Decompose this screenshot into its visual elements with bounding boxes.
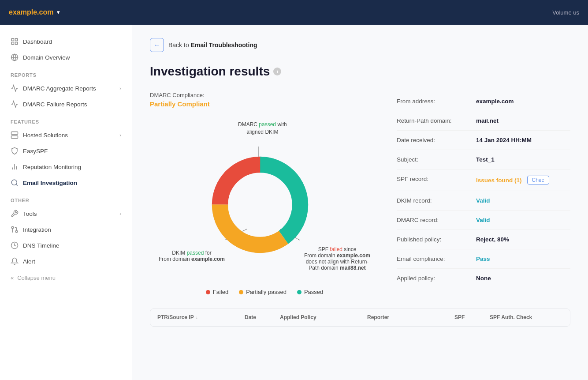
spf-return-path: mail88.net <box>340 265 366 271</box>
sidebar-item-dmarc-failure[interactable]: DMARC Failure Reports <box>0 96 132 112</box>
chevron-right-icon: › <box>119 86 121 91</box>
annotation-top-text: DMARC passed withaligned DKIM <box>238 121 287 135</box>
th-applied-policy: Applied Policy <box>273 309 360 326</box>
back-label: Back to <box>168 41 191 49</box>
label-email-compliance: Email compliance: <box>397 256 467 262</box>
passed-label: passed <box>259 121 276 128</box>
check-button[interactable]: Chec <box>527 176 549 184</box>
collapse-label: Collapse menu <box>17 275 56 281</box>
value-from-address: example.com <box>476 98 514 105</box>
sidebar-item-domain-overview[interactable]: Domain Overview <box>0 49 132 65</box>
sidebar-item-dashboard[interactable]: Dashboard <box>0 34 132 49</box>
value-dmarc-record: Valid <box>476 217 490 223</box>
svg-rect-6 <box>11 132 18 135</box>
annotation-bottom-right: SPF failed sinceFrom domain example.comd… <box>287 246 388 271</box>
dkim-passed-label: passed <box>187 250 204 256</box>
sidebar-item-hosted-solutions[interactable]: Hosted Solutions › <box>0 127 132 143</box>
annotation-top: DMARC passed withaligned DKIM <box>238 121 287 136</box>
dmarc-compliance-label: DMARC Compliance: <box>150 92 379 98</box>
domain-selector[interactable]: example.com ▾ <box>9 8 60 16</box>
info-row-email-compliance: Email compliance: Pass <box>397 249 570 269</box>
value-subject: Test_1 <box>476 156 495 163</box>
value-dkim-record: Valid <box>476 197 490 204</box>
info-panel: From address: example.com Return-Path do… <box>397 92 570 295</box>
info-row-dkim-record: DKIM record: Valid <box>397 191 570 211</box>
info-row-dmarc-record: DMARC record: Valid <box>397 211 570 230</box>
sidebar-label-hosted-solutions: Hosted Solutions <box>23 132 68 139</box>
sidebar-item-integration[interactable]: Integration <box>0 222 132 237</box>
email-icon <box>11 179 19 187</box>
label-from-address: From address: <box>397 98 467 105</box>
legend-dot-partial <box>239 290 243 294</box>
back-button[interactable]: ← <box>150 38 164 52</box>
collapse-menu[interactable]: « Collapse menu <box>0 269 132 286</box>
sidebar-item-tools[interactable]: Tools › <box>0 206 132 222</box>
integration-icon <box>11 226 19 233</box>
results-layout: DMARC Compliance: Partially Compliant DM… <box>150 92 570 295</box>
info-row-spf-record: SPF record: Issues found (1) Chec <box>397 169 570 191</box>
sidebar-label-dns-timeline: DNS Timeline <box>23 242 60 249</box>
dns-icon <box>11 241 19 249</box>
label-return-path: Return-Path domain: <box>397 117 467 124</box>
domain-chevron: ▾ <box>57 9 60 15</box>
title-text: Investigation results <box>150 64 270 79</box>
value-spf-record: Issues found (1) <box>476 177 522 184</box>
dkim-domain: example.com <box>191 256 225 262</box>
sidebar-label-tools: Tools <box>23 211 37 217</box>
spf-from-domain: example.com <box>337 252 370 259</box>
tools-chevron-icon: › <box>119 211 121 216</box>
legend-failed: Failed <box>206 289 228 295</box>
legend-label-partial: Partially passed <box>246 289 287 295</box>
layout: Dashboard Domain Overview REPORTS DMARC … <box>0 25 588 380</box>
sidebar-item-dmarc-aggregate[interactable]: DMARC Aggregate Reports › <box>0 80 132 96</box>
value-published-policy: Reject, 80% <box>476 236 509 243</box>
back-link[interactable]: ← Back to Email Troubleshooting <box>150 38 570 52</box>
sidebar-item-reputation[interactable]: Reputation Monitoring <box>0 159 132 175</box>
sidebar-label-reputation: Reputation Monitoring <box>23 164 81 170</box>
info-icon[interactable]: i <box>273 68 281 75</box>
chart-legend: Failed Partially passed Passed <box>150 289 379 295</box>
section-reports: REPORTS <box>0 65 132 80</box>
value-email-compliance: Pass <box>476 256 490 262</box>
svg-rect-7 <box>11 136 18 139</box>
domain-name: example.com <box>9 8 53 16</box>
svg-rect-2 <box>11 42 14 45</box>
sidebar-label-easyspf: EasySPF <box>23 148 48 154</box>
collapse-icon: « <box>11 275 14 281</box>
info-row-published-policy: Published policy: Reject, 80% <box>397 230 570 249</box>
table-header: PTR/Source IP ↓ Date Applied Policy Repo… <box>150 309 570 326</box>
svg-point-15 <box>15 230 18 233</box>
sidebar-item-easyspf[interactable]: EasySPF <box>0 143 132 159</box>
globe-icon <box>11 53 19 61</box>
value-return-path: mail.net <box>476 117 499 124</box>
spf-value-row: Issues found (1) Chec <box>476 176 549 184</box>
sidebar: Dashboard Domain Overview REPORTS DMARC … <box>0 25 132 380</box>
reputation-icon <box>11 163 19 171</box>
spf-failed-label: failed <box>330 246 342 252</box>
sidebar-item-email-investigation[interactable]: Email Investigation <box>0 175 132 191</box>
info-row-return-path: Return-Path domain: mail.net <box>397 111 570 131</box>
spf-icon <box>11 147 19 155</box>
th-ptr-source[interactable]: PTR/Source IP ↓ <box>150 309 238 326</box>
back-arrow-icon: ← <box>154 41 160 49</box>
info-row-applied-policy: Applied policy: None <box>397 269 570 288</box>
legend-dot-failed <box>206 290 210 294</box>
section-features: FEATURES <box>0 112 132 127</box>
th-spf: SPF <box>447 309 483 326</box>
section-other: OTHER <box>0 191 132 206</box>
info-row-from-address: From address: example.com <box>397 92 570 111</box>
sidebar-label-dmarc-failure: DMARC Failure Reports <box>23 101 87 108</box>
sidebar-item-dns-timeline[interactable]: DNS Timeline <box>0 237 132 253</box>
label-dmarc-record: DMARC record: <box>397 217 467 223</box>
info-row-subject: Subject: Test_1 <box>397 150 570 169</box>
svg-point-13 <box>11 180 17 185</box>
svg-rect-3 <box>15 42 18 45</box>
sidebar-item-alert[interactable]: Alert <box>0 253 132 269</box>
chart-area: DMARC Compliance: Partially Compliant DM… <box>150 92 379 295</box>
sidebar-label-integration: Integration <box>23 226 51 233</box>
th-date: Date <box>238 309 273 326</box>
sort-icon-ptr: ↓ <box>196 315 198 320</box>
label-date-received: Date received: <box>397 137 467 143</box>
label-spf-record: SPF record: <box>397 176 467 182</box>
server-icon <box>11 131 19 139</box>
